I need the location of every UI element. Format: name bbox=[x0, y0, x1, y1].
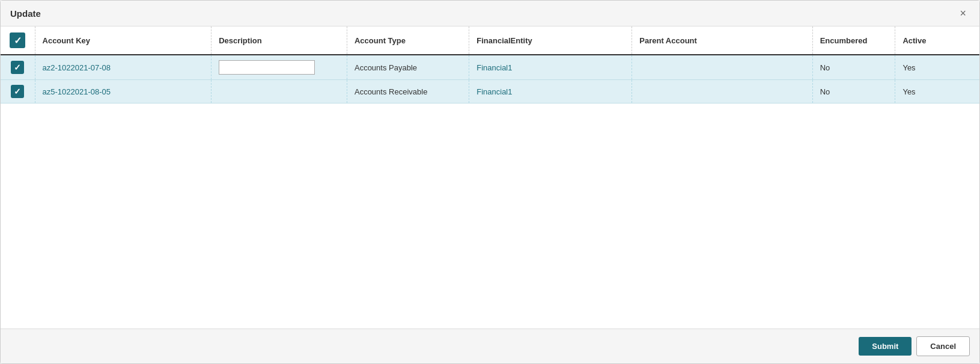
account-key-link[interactable]: az2-1022021-07-08 bbox=[43, 63, 111, 72]
col-header-encumbered: Encumbered bbox=[812, 26, 895, 55]
select-all-checkbox[interactable] bbox=[10, 32, 25, 48]
col-header-parent-account: Parent Account bbox=[632, 26, 812, 55]
table-row: az2-1022021-07-08Accounts PayableFinanci… bbox=[1, 55, 979, 80]
encumbered-cell: No bbox=[812, 80, 895, 103]
submit-button[interactable]: Submit bbox=[859, 337, 912, 356]
financial-entity-link[interactable]: Financial1 bbox=[476, 87, 512, 96]
update-dialog: Update × Account Key Description Account… bbox=[0, 0, 980, 364]
data-table: Account Key Description Account Type Fin… bbox=[1, 26, 979, 103]
account-type-cell: Accounts Payable bbox=[347, 55, 469, 80]
parent-account-cell bbox=[632, 80, 812, 103]
account-type-cell: Accounts Receivable bbox=[347, 80, 469, 103]
dialog-footer: Submit Cancel bbox=[1, 329, 979, 363]
description-cell bbox=[212, 80, 347, 103]
row-checkbox[interactable] bbox=[11, 85, 24, 98]
table-row: az5-1022021-08-05Accounts ReceivableFina… bbox=[1, 80, 979, 103]
col-header-active: Active bbox=[895, 26, 979, 55]
description-input[interactable] bbox=[219, 60, 315, 75]
col-header-financial-entity: FinancialEntity bbox=[469, 26, 632, 55]
account-key-cell: az5-1022021-08-05 bbox=[35, 80, 212, 103]
financial-entity-cell: Financial1 bbox=[469, 80, 632, 103]
active-cell: Yes bbox=[895, 80, 979, 103]
dialog-title: Update bbox=[10, 8, 41, 19]
dialog-body: Account Key Description Account Type Fin… bbox=[1, 26, 979, 329]
col-header-account-type: Account Type bbox=[347, 26, 469, 55]
empty-area bbox=[1, 103, 979, 329]
col-header-description: Description bbox=[212, 26, 347, 55]
close-button[interactable]: × bbox=[956, 7, 970, 20]
description-cell bbox=[212, 55, 347, 80]
row-checkbox-cell bbox=[1, 55, 35, 80]
table-container: Account Key Description Account Type Fin… bbox=[1, 26, 979, 329]
active-cell: Yes bbox=[895, 55, 979, 80]
account-key-link[interactable]: az5-1022021-08-05 bbox=[43, 87, 111, 96]
header-checkbox-cell bbox=[1, 26, 35, 55]
dialog-header: Update × bbox=[1, 1, 979, 26]
col-header-account-key: Account Key bbox=[35, 26, 212, 55]
table-body: az2-1022021-07-08Accounts PayableFinanci… bbox=[1, 55, 979, 103]
encumbered-cell: No bbox=[812, 55, 895, 80]
row-checkbox-cell bbox=[1, 80, 35, 103]
table-header-row: Account Key Description Account Type Fin… bbox=[1, 26, 979, 55]
row-checkbox[interactable] bbox=[11, 61, 24, 74]
cancel-button[interactable]: Cancel bbox=[916, 336, 970, 356]
parent-account-cell bbox=[632, 55, 812, 80]
financial-entity-link[interactable]: Financial1 bbox=[476, 63, 512, 72]
account-key-cell: az2-1022021-07-08 bbox=[35, 55, 212, 80]
financial-entity-cell: Financial1 bbox=[469, 55, 632, 80]
